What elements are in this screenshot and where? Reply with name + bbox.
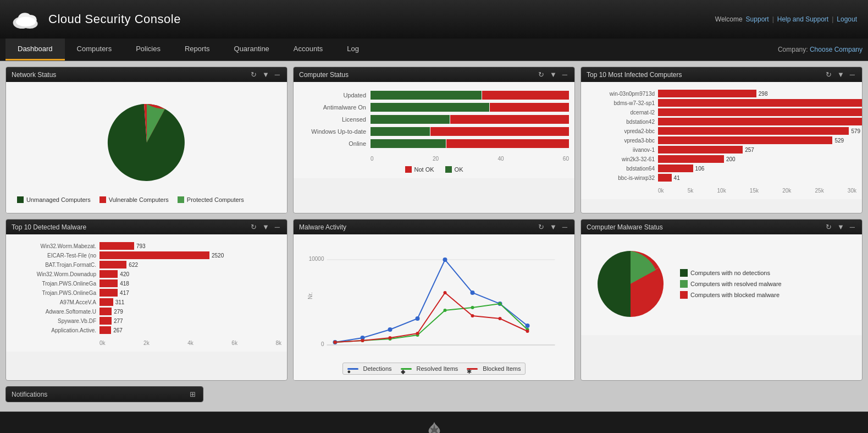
- nav-company: Company: Choose Company: [778, 39, 863, 61]
- infected-bar: [658, 155, 724, 163]
- malware-bar-wrap: 311: [99, 298, 281, 306]
- network-legend: Unmanaged Computers Vulnerable Computers…: [12, 192, 281, 207]
- malware-name: Adware.Softomate.U: [12, 309, 99, 315]
- infected-bar: [658, 136, 832, 144]
- svg-text:0: 0: [321, 341, 324, 347]
- malware-name: Win32.Worm.Mabezat.: [12, 243, 99, 249]
- detections-label: Detections: [363, 365, 392, 372]
- malware-name: Win32.Worm.Downadup: [12, 271, 99, 277]
- svg-point-27: [361, 339, 364, 342]
- malware-bar-wrap: 418: [99, 279, 281, 287]
- infected-name: vpreda3-bbc: [587, 138, 658, 144]
- malware-name: A97M.AcceV.A: [12, 299, 99, 305]
- malware-bar-wrap: 793: [99, 242, 281, 250]
- nav-reports[interactable]: Reports: [173, 39, 222, 61]
- infected-bar-wrap: 41: [658, 174, 856, 182]
- bar-notok: [430, 127, 569, 136]
- malware-row: Win32.Worm.Mabezat. 793: [12, 242, 281, 250]
- resolved-malware-label: Computers with resolved malware: [690, 281, 782, 287]
- bar-group: [371, 127, 569, 136]
- infected-bar-wrap: 2000: [658, 99, 863, 107]
- panel-malware-activity: Malware Activity ↻ ▼ ─ 10000 0 Nr.: [293, 219, 575, 381]
- menu-icon[interactable]: ▼: [261, 223, 271, 231]
- menu-icon[interactable]: ▼: [548, 70, 559, 79]
- network-status-controls: ↻ ▼ ─: [249, 70, 281, 79]
- minimize-icon[interactable]: ─: [848, 223, 856, 231]
- nav-log[interactable]: Log: [335, 39, 371, 61]
- minimize-icon[interactable]: ─: [273, 223, 281, 231]
- content: Network Status ↻ ▼ ─: [0, 61, 868, 412]
- minimize-icon[interactable]: ─: [273, 70, 281, 79]
- legend-resolved: ◆ Resolved Items: [401, 365, 458, 372]
- svg-point-24: [499, 302, 502, 305]
- blocked-label: Blocked Items: [483, 365, 521, 372]
- refresh-icon[interactable]: ↻: [537, 70, 546, 79]
- nav-computers[interactable]: Computers: [65, 39, 124, 61]
- svg-point-14: [443, 257, 447, 262]
- protected-label: Protected Computers: [187, 196, 244, 203]
- menu-icon[interactable]: ▼: [836, 70, 846, 79]
- infected-row: win2k3-32-61 200: [587, 155, 856, 163]
- infected-bar: [658, 90, 756, 97]
- choose-company-link[interactable]: Choose Company: [810, 46, 863, 53]
- malware-val: 267: [113, 327, 123, 333]
- malware-activity-legend: ● Detections ◆ Resolved Items ✱ Blocked …: [342, 363, 526, 375]
- logout-link[interactable]: Logout: [837, 15, 857, 23]
- malware-bar: [99, 326, 111, 334]
- top10-malware-controls: ↻ ▼ ─: [249, 223, 281, 231]
- infected-val: 298: [759, 91, 768, 97]
- resolved-label: Resolved Items: [417, 365, 458, 372]
- infected-row: bdms-w7-32-sp1 2000: [587, 99, 856, 107]
- legend-protected: Protected Computers: [178, 196, 244, 203]
- nav-policies[interactable]: Policies: [124, 39, 173, 61]
- nav-dashboard[interactable]: Dashboard: [5, 39, 65, 61]
- no-detections-dot: [680, 269, 688, 277]
- network-pie-area: [12, 87, 281, 192]
- unmanaged-dot: [17, 196, 24, 203]
- menu-icon[interactable]: ▼: [836, 223, 846, 231]
- malware-val: 2520: [212, 253, 224, 259]
- refresh-icon[interactable]: ↻: [824, 70, 833, 79]
- panel-top10-malware-header: Top 10 Detected Malware ↻ ▼ ─: [6, 220, 287, 234]
- malware-bar: [99, 242, 134, 250]
- malware-name: BAT.Trojan.FormatC.: [12, 262, 99, 268]
- legend-notok: Not OK: [405, 166, 434, 173]
- bar-axis: 0 20 40 60: [299, 155, 569, 162]
- infected-bar-wrap: 298: [658, 90, 856, 97]
- minimize-icon[interactable]: ─: [848, 70, 856, 79]
- legend-blocked: ✱ Blocked Items: [467, 365, 521, 372]
- notifications-icon[interactable]: ⊞: [188, 390, 197, 398]
- refresh-icon[interactable]: ↻: [249, 70, 258, 79]
- malware-val: 417: [120, 290, 129, 296]
- refresh-icon[interactable]: ↻: [537, 223, 546, 231]
- nav-quarantine[interactable]: Quarantine: [222, 39, 281, 61]
- malware-row: Trojan.PWS.OnlineGa 418: [12, 279, 281, 287]
- help-link[interactable]: Help and Support: [777, 15, 828, 23]
- nav-accounts[interactable]: Accounts: [281, 39, 335, 61]
- menu-icon[interactable]: ▼: [261, 70, 271, 79]
- header: Cloud Security Console Welcome Support |…: [0, 0, 868, 39]
- infected-axis: 0k 5k 10k 15k 20k 25k 30k: [587, 188, 856, 194]
- bar-legend: Not OK OK: [299, 166, 569, 173]
- support-link[interactable]: Support: [746, 15, 769, 23]
- minimize-icon[interactable]: ─: [561, 70, 569, 79]
- menu-icon[interactable]: ▼: [548, 223, 559, 231]
- malware-bar: [99, 251, 209, 259]
- svg-point-15: [471, 291, 475, 295]
- line-chart-area: 10000 0 Nr.: [299, 240, 569, 360]
- notifications-panel: Notifications ⊞: [5, 386, 203, 402]
- infected-row: bdstation42 837: [587, 118, 856, 125]
- infected-name: dcernat-l2: [587, 109, 658, 116]
- ok-dot: [445, 166, 452, 173]
- bar-group: [371, 139, 569, 148]
- panel-computer-malware-status-header: Computer Malware Status ↻ ▼ ─: [581, 220, 862, 234]
- refresh-icon[interactable]: ↻: [249, 223, 258, 231]
- svg-point-17: [526, 324, 530, 328]
- minimize-icon[interactable]: ─: [561, 223, 569, 231]
- blocked-malware-dot: [680, 291, 688, 299]
- protected-dot: [178, 196, 184, 203]
- logo-icon: [11, 9, 41, 30]
- infected-bar: [658, 118, 863, 125]
- refresh-icon[interactable]: ↻: [824, 223, 833, 231]
- malware-bar-wrap: 420: [99, 270, 281, 278]
